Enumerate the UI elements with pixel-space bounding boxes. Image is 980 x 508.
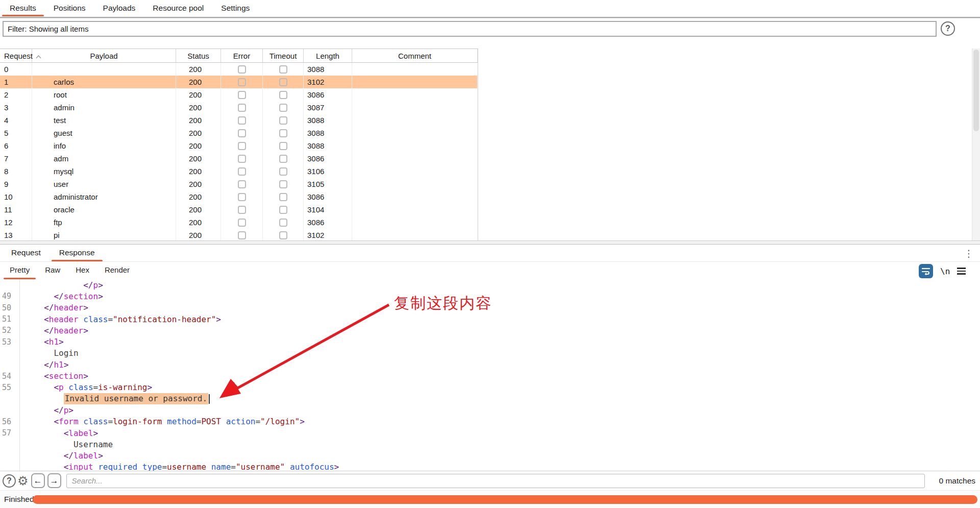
- table-row-request-8[interactable]: 8mysql2003106: [0, 165, 478, 178]
- timeout-checkbox[interactable]: [279, 91, 287, 99]
- code-token: header: [54, 303, 83, 312]
- pane-splitter[interactable]: [0, 240, 980, 245]
- column-header-timeout[interactable]: Timeout: [263, 49, 304, 62]
- next-match-button[interactable]: →: [47, 473, 61, 488]
- table-row-request-0[interactable]: 02003088: [0, 63, 478, 76]
- response-code-pane[interactable]: </p>49 </section>50 </header>51 <header …: [0, 279, 980, 471]
- timeout-checkbox[interactable]: [279, 65, 287, 74]
- gear-icon[interactable]: ⚙: [17, 474, 29, 488]
- code-token: </: [44, 360, 54, 370]
- error-checkbox[interactable]: [238, 129, 246, 137]
- table-row-request-3[interactable]: 3admin2003087: [0, 101, 478, 114]
- error-checkbox[interactable]: [238, 142, 246, 150]
- table-row-request-7[interactable]: 7adm2003086: [0, 152, 478, 165]
- error-checkbox[interactable]: [238, 116, 246, 125]
- code-token: p: [93, 280, 99, 290]
- filter-bar[interactable]: Filter: Showing all items: [3, 21, 937, 37]
- error-cell: [221, 178, 263, 190]
- code-line: </label>: [0, 450, 980, 461]
- error-checkbox[interactable]: [238, 231, 246, 239]
- error-checkbox[interactable]: [238, 206, 246, 214]
- error-checkbox[interactable]: [238, 104, 246, 112]
- timeout-checkbox[interactable]: [279, 116, 287, 125]
- column-header-error[interactable]: Error: [221, 49, 263, 62]
- hamburger-menu-icon[interactable]: [957, 268, 966, 274]
- table-scrollbar[interactable]: [972, 49, 980, 241]
- code-token: >: [300, 417, 305, 426]
- comment-cell: [352, 190, 478, 203]
- kebab-menu-icon[interactable]: ⋮: [964, 247, 974, 260]
- help-icon[interactable]: ?: [941, 21, 955, 36]
- payload-cell: administrator: [32, 190, 176, 203]
- error-checkbox[interactable]: [238, 155, 246, 163]
- code-line: 53 <h1>: [0, 336, 980, 347]
- error-checkbox[interactable]: [238, 219, 246, 227]
- payload-cell: mysql: [32, 165, 176, 178]
- top-tab-payloads[interactable]: Payloads: [94, 0, 144, 17]
- code-line: 57 <label>: [0, 427, 980, 439]
- table-row-request-4[interactable]: 4test2003088: [0, 114, 478, 127]
- timeout-checkbox[interactable]: [279, 231, 287, 239]
- table-row-request-2[interactable]: 2root2003086: [0, 88, 478, 101]
- timeout-checkbox[interactable]: [279, 78, 287, 86]
- timeout-checkbox[interactable]: [279, 129, 287, 137]
- table-row-request-12[interactable]: 12ftp2003086: [0, 216, 478, 229]
- view-tab-pretty[interactable]: Pretty: [2, 262, 37, 279]
- error-checkbox[interactable]: [238, 78, 246, 86]
- search-help-icon[interactable]: ?: [3, 474, 16, 488]
- timeout-checkbox[interactable]: [279, 193, 287, 201]
- column-header-payload[interactable]: Payload: [32, 49, 176, 62]
- search-input[interactable]: [66, 474, 925, 488]
- code-token: </: [44, 326, 54, 335]
- newline-toggle-button[interactable]: \n: [940, 267, 950, 276]
- view-tab-hex[interactable]: Hex: [68, 262, 97, 279]
- timeout-checkbox[interactable]: [279, 180, 287, 188]
- table-scrollbar-thumb[interactable]: [973, 50, 979, 131]
- column-header-comment[interactable]: Comment: [352, 49, 478, 62]
- previous-match-button[interactable]: ←: [31, 473, 45, 488]
- error-checkbox[interactable]: [238, 91, 246, 99]
- table-row-request-6[interactable]: 6info2003088: [0, 139, 478, 152]
- column-header-length[interactable]: Length: [304, 49, 352, 62]
- editor-tab-response[interactable]: Response: [50, 245, 104, 261]
- search-bar: ? ⚙ ← → 0 matches: [0, 471, 980, 490]
- comment-cell: [352, 76, 478, 88]
- error-checkbox[interactable]: [238, 167, 246, 176]
- top-tab-results[interactable]: Results: [1, 0, 45, 17]
- timeout-checkbox[interactable]: [279, 104, 287, 112]
- column-header-request[interactable]: Request: [0, 49, 32, 62]
- payload-cell: pi: [32, 229, 176, 241]
- top-tab-positions[interactable]: Positions: [45, 0, 94, 17]
- table-row-request-11[interactable]: 11oracle2003104: [0, 203, 478, 216]
- line-number: 56: [0, 417, 15, 426]
- timeout-checkbox[interactable]: [279, 142, 287, 150]
- comment-cell: [352, 152, 478, 165]
- view-tab-raw[interactable]: Raw: [37, 262, 68, 279]
- editor-tab-request[interactable]: Request: [2, 245, 50, 261]
- timeout-checkbox[interactable]: [279, 155, 287, 163]
- line-content: </label>: [15, 451, 103, 461]
- timeout-checkbox[interactable]: [279, 219, 287, 227]
- code-token: class: [83, 315, 108, 324]
- word-wrap-icon[interactable]: [919, 264, 933, 278]
- table-row-request-5[interactable]: 5guest2003088: [0, 127, 478, 139]
- line-content: <form class=login-form method=POST actio…: [15, 417, 305, 426]
- column-header-status[interactable]: Status: [176, 49, 221, 62]
- table-row-request-10[interactable]: 10administrator2003086: [0, 190, 478, 203]
- table-row-request-9[interactable]: 9user2003105: [0, 178, 478, 190]
- error-checkbox[interactable]: [238, 193, 246, 201]
- code-token: POST: [201, 417, 221, 426]
- view-tab-render[interactable]: Render: [97, 262, 137, 279]
- timeout-checkbox[interactable]: [279, 167, 287, 176]
- table-row-request-1[interactable]: 1carlos2003102: [0, 76, 478, 88]
- status-bar: Finished: [0, 490, 980, 508]
- error-checkbox[interactable]: [238, 65, 246, 74]
- length-cell: 3088: [304, 127, 352, 139]
- burp-intruder-attack-window: ResultsPositionsPayloadsResource poolSet…: [0, 0, 980, 508]
- error-checkbox[interactable]: [238, 180, 246, 188]
- table-row-request-13[interactable]: 13pi2003102: [0, 229, 478, 241]
- top-tab-resource-pool[interactable]: Resource pool: [144, 0, 212, 17]
- timeout-checkbox[interactable]: [279, 206, 287, 214]
- request-cell: 7: [0, 152, 32, 165]
- top-tab-settings[interactable]: Settings: [212, 0, 258, 17]
